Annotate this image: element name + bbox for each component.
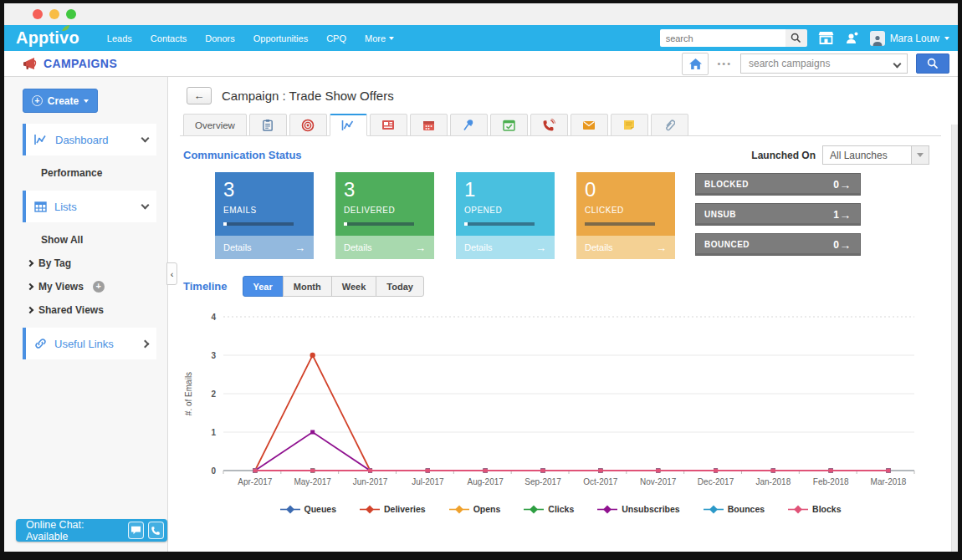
line-chart-icon [341,120,355,131]
nav-item-opportunities[interactable]: Opportunities [253,33,308,43]
chevron-right-icon [27,260,33,267]
tab-pin[interactable] [450,114,488,136]
timeline-button-month[interactable]: Month [283,276,332,297]
sidebar-item-dashboard[interactable]: Dashboard [23,124,156,155]
card-emails[interactable]: 3 EMAILS Details → [215,172,314,259]
home-icon [688,58,703,70]
vertical-scrollbar[interactable] [951,125,958,552]
legend-item: Clicks [524,504,574,514]
campaign-search-box[interactable]: search campaigns [740,53,908,74]
sidebar-item-by-tag[interactable]: By Tag [28,257,167,269]
line-chart-icon [34,134,48,145]
launched-on-select[interactable]: All Launches [822,145,929,165]
pushpin-icon [463,119,474,131]
sidebar-item-shared-views[interactable]: Shared Views [28,304,167,316]
svg-text:Mar-2018: Mar-2018 [871,477,907,486]
nav-item-donors[interactable]: Donors [205,33,234,43]
tab-target[interactable] [289,114,327,136]
chat-bubble-icon[interactable] [128,522,144,539]
side-stats: BLOCKED 0→ UNSUB 1→ BOUNCED 0→ [695,173,861,259]
chevron-down-icon [141,201,150,210]
tab-tasks[interactable] [490,114,528,136]
add-view-icon[interactable]: + [93,281,105,293]
chevron-down-icon[interactable] [888,58,907,69]
back-button[interactable]: ← [187,87,212,104]
global-search [660,29,807,47]
legend-item: Unsubscribes [597,504,679,514]
chevron-down-icon [141,135,150,143]
more-options-button[interactable]: ••• [717,59,732,69]
nav-item-more[interactable]: More [365,33,394,43]
card-label: OPENED [464,206,546,215]
tab-emails[interactable] [571,114,608,136]
maximize-window-icon[interactable] [66,9,76,19]
stat-bounced[interactable]: BOUNCED 0→ [695,233,861,256]
sidebar-item-show-all[interactable]: Show All [41,234,167,246]
arrow-right-icon: → [840,178,852,191]
main-content: ← Campaign : Trade Show Offers Overview [168,77,958,552]
launched-on-filter: Launched On All Launches [751,145,929,165]
stat-blocked[interactable]: BLOCKED 0→ [695,173,861,196]
tab-notes[interactable] [611,114,648,136]
stat-unsub[interactable]: UNSUB 1→ [695,203,861,226]
search-icon [927,58,939,69]
user-activity-icon[interactable] [845,31,859,45]
top-navigation-bar: Apptivo Leads Contacts Donors Opportunit… [4,25,958,51]
details-link[interactable]: Details → [215,236,314,259]
tab-clipboard[interactable] [249,114,287,136]
sidebar-collapse-handle[interactable]: ‹ [166,262,177,285]
sticky-note-icon [623,120,635,130]
sidebar-item-my-views[interactable]: My Views + [28,281,167,293]
chevron-down-icon [389,37,394,43]
tab-analytics[interactable] [330,114,367,136]
svg-text:#. of Emails: #. of Emails [184,372,193,415]
tab-attachments[interactable] [651,114,688,136]
arrow-right-icon: → [294,242,305,254]
chart-legend: QueuesDeliveriesOpensClicksUnsubscribesB… [180,504,941,514]
create-button[interactable]: + Create [23,89,98,113]
user-menu[interactable]: Mara Louw [870,31,949,46]
sidebar-item-useful-links[interactable]: Useful Links [23,328,156,359]
phone-icon[interactable] [148,522,164,539]
tab-calendar[interactable] [410,114,448,136]
minimize-window-icon[interactable] [49,9,59,19]
phone-ringing-icon [542,119,555,131]
timeline-button-year[interactable]: Year [243,276,284,297]
svg-text:Aug-2017: Aug-2017 [468,477,504,486]
details-link[interactable]: Details → [576,236,675,259]
card-label: DELIVERED [344,206,426,215]
home-button[interactable] [682,53,709,75]
sidebar-item-lists[interactable]: Lists [23,191,156,222]
details-link[interactable]: Details → [335,236,434,259]
details-link[interactable]: Details → [456,236,555,259]
card-value: 3 [223,179,305,201]
card-opened[interactable]: 1 OPENED Details → [456,172,555,259]
app-window: Apptivo Leads Contacts Donors Opportunit… [4,3,958,552]
apptivo-logo[interactable]: Apptivo [16,28,79,48]
timeline-button-today[interactable]: Today [376,276,424,297]
svg-text:Oct-2017: Oct-2017 [583,477,618,486]
chevron-right-icon [141,339,150,348]
card-delivered[interactable]: 3 DELIVERED Details → [335,172,434,259]
tab-newsletter[interactable] [370,114,407,136]
campaign-search-button[interactable] [916,53,949,74]
close-window-icon[interactable] [33,9,43,19]
online-chat-button[interactable]: Online Chat: Available [16,519,167,542]
timeline-button-week[interactable]: Week [331,276,377,297]
global-search-input[interactable] [660,29,785,47]
card-clicked[interactable]: 0 CLICKED Details → [576,172,675,259]
store-icon[interactable] [818,31,834,45]
nav-item-cpq[interactable]: CPQ [326,33,346,43]
sidebar-item-performance[interactable]: Performance [41,167,167,179]
calendar-check-icon [503,120,515,131]
card-value: 3 [344,179,426,201]
tab-overview[interactable]: Overview [183,114,247,136]
legend-item: Deliveries [360,504,426,514]
tab-calls[interactable] [530,114,568,136]
app-header: CAMPAIGNS ••• search campaigns [4,51,958,77]
global-search-button[interactable] [785,29,807,47]
svg-text:Nov-2017: Nov-2017 [640,477,677,486]
nav-item-contacts[interactable]: Contacts [151,33,187,43]
legend-item: Opens [449,504,501,514]
nav-item-leads[interactable]: Leads [107,33,132,43]
